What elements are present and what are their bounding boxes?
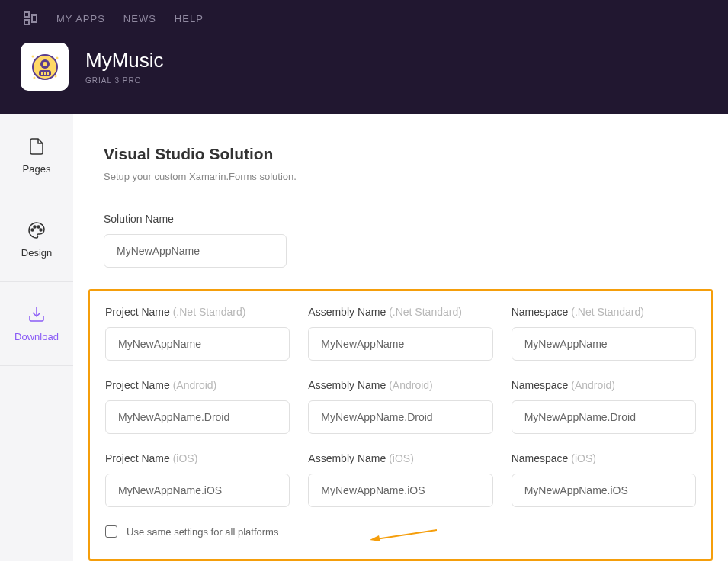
assembly-name-ios-input[interactable] xyxy=(308,474,492,507)
svg-rect-1 xyxy=(24,20,29,24)
brand-logo-icon[interactable] xyxy=(23,11,38,26)
sidebar-label-download: Download xyxy=(14,331,59,342)
svg-point-11 xyxy=(56,56,58,59)
app-subtitle: GRIAL 3 PRO xyxy=(85,76,164,85)
sidebar-label-pages: Pages xyxy=(23,163,51,175)
page-title: Visual Studio Solution xyxy=(104,145,698,163)
main-content: Visual Studio Solution Setup your custom… xyxy=(73,114,728,561)
svg-point-16 xyxy=(37,226,40,228)
app-header-bar: MY APPS NEWS HELP MyMusic GRIAL 3 PRO xyxy=(0,0,728,114)
app-title-block: MyMusic GRIAL 3 PRO xyxy=(85,49,164,84)
app-icon xyxy=(21,43,69,91)
android-row: Project Name (Android) Assembly Name (An… xyxy=(105,379,696,434)
same-settings-checkbox[interactable] xyxy=(105,525,117,538)
content-wrapper: Pages Design Dow xyxy=(0,114,728,561)
svg-point-10 xyxy=(31,55,34,57)
project-name-net-group: Project Name (.Net Standard) xyxy=(105,306,290,361)
assembly-name-ios-label: Assembly Name (iOS) xyxy=(308,452,492,464)
sidebar-item-pages[interactable]: Pages xyxy=(0,114,73,198)
ios-row: Project Name (iOS) Assembly Name (iOS) N… xyxy=(105,452,696,507)
app-title: MyMusic xyxy=(85,49,164,72)
project-name-android-label: Project Name (Android) xyxy=(105,379,290,391)
namespace-android-input[interactable] xyxy=(512,400,696,434)
svg-rect-2 xyxy=(32,15,37,22)
namespace-ios-input[interactable] xyxy=(512,474,696,507)
svg-line-19 xyxy=(376,530,437,539)
namespace-android-label: Namespace (Android) xyxy=(512,379,696,391)
sidebar-item-download[interactable]: Download xyxy=(0,282,73,366)
project-name-net-input[interactable] xyxy=(105,327,290,361)
net-standard-row: Project Name (.Net Standard) Assembly Na… xyxy=(105,306,696,361)
namespace-android-group: Namespace (Android) xyxy=(512,379,696,434)
file-icon xyxy=(27,137,46,156)
same-settings-row: Use same settings for all platforms xyxy=(105,525,696,538)
svg-point-13 xyxy=(54,75,56,77)
project-name-ios-input[interactable] xyxy=(105,474,290,507)
sidebar: Pages Design Dow xyxy=(0,114,73,561)
project-name-net-label: Project Name (.Net Standard) xyxy=(105,306,290,318)
assembly-name-net-group: Assembly Name (.Net Standard) xyxy=(308,306,492,361)
app-title-section: MyMusic GRIAL 3 PRO xyxy=(0,43,728,91)
assembly-name-net-input[interactable] xyxy=(308,327,492,361)
nav-help[interactable]: HELP xyxy=(175,13,204,24)
assembly-name-android-label: Assembly Name (Android) xyxy=(308,379,492,391)
assembly-name-android-input[interactable] xyxy=(308,400,492,434)
project-name-ios-label: Project Name (iOS) xyxy=(105,452,290,464)
project-name-android-group: Project Name (Android) xyxy=(105,379,290,434)
project-name-ios-group: Project Name (iOS) xyxy=(105,452,290,507)
nav-news[interactable]: NEWS xyxy=(123,13,156,24)
svg-point-15 xyxy=(34,226,36,228)
assembly-name-android-group: Assembly Name (Android) xyxy=(308,379,492,434)
svg-rect-8 xyxy=(44,72,46,75)
svg-point-12 xyxy=(33,76,35,79)
svg-point-14 xyxy=(31,229,34,231)
svg-point-17 xyxy=(40,229,42,231)
namespace-net-label: Namespace (.Net Standard) xyxy=(512,306,696,318)
sidebar-label-design: Design xyxy=(21,247,52,259)
page-subtitle: Setup your custom Xamarin.Forms solution… xyxy=(104,171,698,182)
arrow-annotation-icon xyxy=(368,528,437,545)
svg-marker-20 xyxy=(370,535,380,541)
same-settings-label: Use same settings for all platforms xyxy=(127,526,278,538)
solution-name-label: Solution Name xyxy=(104,213,698,225)
platform-settings-box: Project Name (.Net Standard) Assembly Na… xyxy=(88,289,713,561)
palette-icon xyxy=(27,221,46,239)
sidebar-item-design[interactable]: Design xyxy=(0,198,73,282)
namespace-net-group: Namespace (.Net Standard) xyxy=(512,306,696,361)
svg-rect-0 xyxy=(24,12,29,17)
solution-name-group: Solution Name xyxy=(104,213,698,268)
namespace-ios-group: Namespace (iOS) xyxy=(512,452,696,507)
svg-rect-7 xyxy=(41,72,43,75)
svg-point-5 xyxy=(43,62,47,66)
namespace-ios-label: Namespace (iOS) xyxy=(512,452,696,464)
svg-rect-9 xyxy=(47,72,49,75)
solution-name-input[interactable] xyxy=(104,234,287,268)
assembly-name-net-label: Assembly Name (.Net Standard) xyxy=(308,306,492,318)
namespace-net-input[interactable] xyxy=(512,327,696,361)
download-icon xyxy=(27,305,46,323)
project-name-android-input[interactable] xyxy=(105,400,290,434)
nav-my-apps[interactable]: MY APPS xyxy=(56,13,105,24)
top-navigation: MY APPS NEWS HELP xyxy=(0,0,728,37)
assembly-name-ios-group: Assembly Name (iOS) xyxy=(308,452,492,507)
